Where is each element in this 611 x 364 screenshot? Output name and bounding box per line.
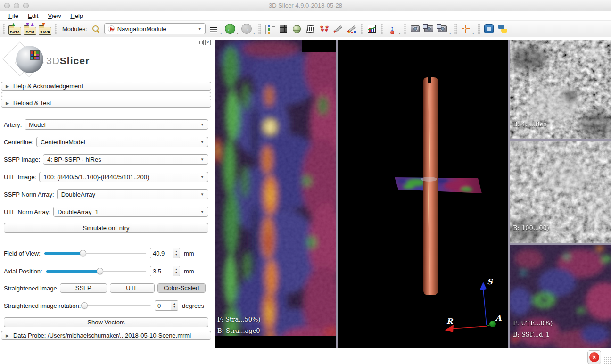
rotation-spinbox[interactable]: 0 ▲▼ xyxy=(155,300,178,311)
axial-slider[interactable] xyxy=(46,267,146,275)
rotation-label: Straightened image rotation: xyxy=(4,302,81,309)
fiducial-place-button[interactable]: ∗ ∗∗∗ xyxy=(319,22,330,35)
screenshot-button[interactable] xyxy=(410,22,421,35)
ute-norm-field-row: UTE Norm Array: DoubleArray_1 ▼ xyxy=(4,207,208,217)
color-scaled-button[interactable]: Color-Scaled xyxy=(157,283,206,293)
ssfp-norm-combobox[interactable]: DoubleArray ▼ xyxy=(57,189,208,199)
volume-rendering-button[interactable] xyxy=(291,22,303,35)
axial-slider-handle[interactable] xyxy=(97,268,103,274)
ute-slice-view[interactable]: B: 100...00) xyxy=(510,141,611,243)
ssfp-image-label: SSFP Image: xyxy=(4,156,40,163)
chevron-down-icon: ▼ xyxy=(200,140,204,144)
simulate-onentry-button[interactable]: Simulate onEntry xyxy=(4,223,208,233)
straightened-slice-view[interactable]: F: Stra...50%)B: Stra...age0 xyxy=(215,40,336,348)
dicom-button[interactable]: ▼ ▲ DCM xyxy=(24,22,36,35)
centerline-combobox[interactable]: CenterlineModel ▼ xyxy=(36,137,208,147)
ute-norm-combobox[interactable]: DoubleArray_1 ▼ xyxy=(53,207,208,217)
toolbar-drag-handle[interactable] xyxy=(454,24,457,34)
toolbar-drag-handle[interactable] xyxy=(478,24,480,34)
ruler-button[interactable] xyxy=(332,22,344,35)
view-layout-area: F: Stra...50%)B: Stra...age0 xyxy=(215,40,611,348)
slice-corner-annotation: F: UTE...0%)B: SSF...d_1 xyxy=(513,318,553,340)
module-forward-button[interactable]: → xyxy=(241,22,252,35)
cube-icon xyxy=(280,25,287,33)
menu-view[interactable]: View xyxy=(43,12,66,19)
module-back-button[interactable]: ← xyxy=(224,22,236,35)
toolbar-drag-handle[interactable] xyxy=(381,24,383,34)
panel-float-button[interactable] xyxy=(198,40,204,45)
axis-label-r: R xyxy=(446,317,454,326)
straightened-label: Straightened image xyxy=(4,285,57,292)
ute-image-combobox[interactable]: 100: (8440/5/1..100)-(8440/5/101..200) ▼ xyxy=(39,172,208,182)
panel-close-button[interactable]: × xyxy=(205,40,211,45)
fov-unit: mm xyxy=(184,250,208,257)
toolbar-drag-handle[interactable] xyxy=(3,24,5,34)
fov-spinbox[interactable]: 40.9 ▲▼ xyxy=(150,248,180,258)
scene-view-capture-button[interactable] xyxy=(423,22,435,35)
resize-grip[interactable] xyxy=(604,357,611,364)
error-log-button[interactable]: × xyxy=(587,350,601,364)
module-history-button[interactable] xyxy=(208,22,219,35)
toolbar-drag-handle[interactable] xyxy=(404,24,406,34)
data-probe-section[interactable]: ▶ Data Probe: /Users/michaelschumaker/..… xyxy=(1,331,211,340)
reload-test-section[interactable]: ▶ Reload & Test xyxy=(1,99,211,108)
slicer-logo-core xyxy=(30,50,40,60)
python-console-button[interactable] xyxy=(497,22,508,35)
slice-corner-annotation: B: 4: ...Res xyxy=(513,119,546,130)
ute-image-field-row: UTE Image: 100: (8440/5/1..100)-(8440/5/… xyxy=(4,172,208,182)
camera-icon xyxy=(411,25,420,32)
module-selector-combobox[interactable]: NavigationModule ▼ xyxy=(104,23,206,34)
search-icon xyxy=(92,25,99,33)
mouse-mode-button[interactable]: ↕ xyxy=(387,22,398,35)
chart-button[interactable] xyxy=(366,22,378,35)
main-toolbar: ▲ DATA ▼ ▲ DCM ▼ SAVE Modules: Navigatio… xyxy=(0,21,611,37)
fov-slider[interactable] xyxy=(44,249,146,257)
rotation-slider[interactable] xyxy=(84,302,151,309)
module-search-button[interactable] xyxy=(91,22,102,35)
error-icon: × xyxy=(589,352,599,362)
menu-bar: File Edit View Help xyxy=(0,11,611,21)
rotation-slider-handle[interactable] xyxy=(81,302,88,309)
crosshair-dropdown-arrow[interactable]: ▾ xyxy=(472,31,474,35)
show-vectors-button[interactable]: Show Vectors xyxy=(4,317,208,327)
extensions-manager-button[interactable] xyxy=(483,22,495,35)
back-dropdown-arrow[interactable]: ▾ xyxy=(237,31,239,35)
annotation-button[interactable] xyxy=(346,22,357,35)
toolbar-drag-handle[interactable] xyxy=(55,24,57,34)
toolbar-drag-handle[interactable] xyxy=(361,24,363,34)
layout-selector-button[interactable] xyxy=(264,22,275,35)
scene-view-restore-button[interactable] xyxy=(437,22,448,35)
colorscaled-slice-view[interactable]: F: UTE...0%)B: SSF...d_1 xyxy=(510,245,611,348)
mouse-mode-dropdown-arrow[interactable]: ▾ xyxy=(399,31,401,35)
menu-help[interactable]: Help xyxy=(66,12,88,19)
menu-edit[interactable]: Edit xyxy=(23,12,43,19)
ssfp-image-combobox[interactable]: 4: BP-SSFP - hiRes ▼ xyxy=(43,154,208,165)
toolbar-drag-handle[interactable] xyxy=(258,24,261,34)
artery-combobox[interactable]: Model ▼ xyxy=(25,119,208,130)
threeD-view[interactable]: S R A xyxy=(338,40,508,348)
history-dropdown-arrow[interactable]: ▾ xyxy=(220,31,222,35)
axial-spinbox[interactable]: 3.5 ▲▼ xyxy=(150,266,180,276)
save-button[interactable]: ▼ SAVE xyxy=(39,22,51,35)
fov-slider-handle[interactable] xyxy=(80,250,86,256)
ssfp-slice-view[interactable]: B: 4: ...Res xyxy=(510,40,611,139)
ute-norm-label: UTE Norm Array: xyxy=(4,208,50,215)
slice-fan-button[interactable] xyxy=(305,22,316,35)
centerline-label: Centerline: xyxy=(4,139,33,146)
module-panel: × 3DSlicer ▶ Help & Acknowledgement ▶ Re… xyxy=(0,37,212,349)
views-cube-button[interactable] xyxy=(278,22,289,35)
scene-view-dropdown-arrow[interactable]: ▾ xyxy=(449,31,451,35)
axial-position-row: Axial Position: 3.5 ▲▼ mm xyxy=(4,266,208,276)
chevron-down-icon: ▼ xyxy=(200,175,204,179)
dicom-icon: ▼ ▲ DCM xyxy=(24,27,36,35)
fiducial-markers-icon: ∗ ∗∗∗ xyxy=(320,26,329,32)
crosshair-button[interactable] xyxy=(460,22,471,35)
load-data-button[interactable]: ▲ DATA xyxy=(8,22,21,35)
slice-grid-icon xyxy=(306,25,314,33)
ute-button[interactable]: UTE xyxy=(110,283,155,293)
ssfp-button[interactable]: SSFP xyxy=(60,283,107,293)
menu-file[interactable]: File xyxy=(4,12,23,19)
help-acknowledgement-section[interactable]: ▶ Help & Acknowledgement xyxy=(1,82,211,91)
save-icon: ▼ SAVE xyxy=(39,27,51,35)
forward-dropdown-arrow[interactable]: ▾ xyxy=(253,31,255,35)
